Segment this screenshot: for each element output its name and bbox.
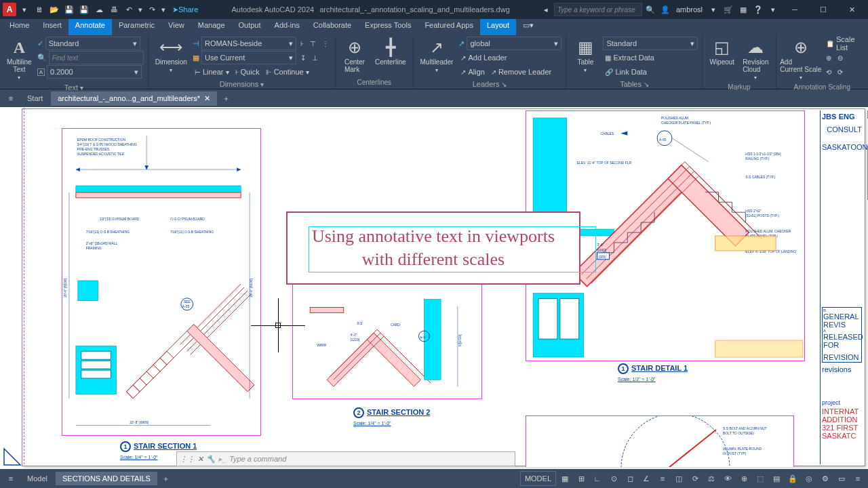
tab-view[interactable]: View: [161, 19, 191, 35]
find-input[interactable]: Find text: [49, 51, 144, 64]
centermark-button[interactable]: ⊕Center Mark: [340, 37, 370, 75]
add-scale-button[interactable]: ⊕Add Current Scale▾: [781, 37, 822, 82]
wipeout-button[interactable]: ◱Wipeout: [707, 37, 737, 82]
remove-leader-button[interactable]: ↗ Remove Leader: [489, 67, 553, 77]
model-space-button[interactable]: MODEL: [520, 471, 556, 486]
chevron-down-icon[interactable]: ▾: [18, 3, 31, 16]
add-tab-icon[interactable]: ＋: [218, 91, 235, 106]
chevron-down-icon[interactable]: ▾: [160, 3, 167, 16]
redo-icon[interactable]: ↷: [145, 3, 159, 16]
grid-icon[interactable]: ▦: [557, 471, 572, 486]
panel-label-leaders[interactable]: Leaders ↘: [418, 79, 562, 89]
dim-tool-4[interactable]: ↧: [298, 54, 308, 62]
dim-tool-5[interactable]: ⊥: [310, 54, 320, 62]
app-icon[interactable]: ▦: [736, 3, 750, 16]
user-name[interactable]: ambrosl: [673, 5, 705, 14]
viewport-2[interactable]: 5'[1720] 9'/2 4'-0"[1219] WWW A-05 CARD: [292, 279, 482, 399]
align-leader-button[interactable]: ↗ Align: [458, 67, 486, 77]
annovisibility-icon[interactable]: 👁: [720, 471, 735, 486]
open-icon[interactable]: 📂: [47, 3, 61, 16]
snap-icon[interactable]: ⊞: [574, 471, 589, 486]
start-tab[interactable]: Start: [20, 92, 50, 105]
cmd-config-icon[interactable]: 🔧: [206, 455, 216, 464]
cmd-handle-icon[interactable]: ⋮⋮: [180, 455, 195, 464]
tab-addins[interactable]: Add-ins: [268, 19, 307, 35]
linear-button[interactable]: ⊢ Linear ▾: [193, 67, 231, 77]
multiline-text-button[interactable]: A Multiline Text▾: [4, 37, 35, 82]
lock-icon[interactable]: 🔒: [785, 471, 800, 486]
otrack-icon[interactable]: ∠: [639, 471, 654, 486]
text-height-combo[interactable]: 0.2000▾: [47, 65, 142, 79]
layout-tab[interactable]: SECTIONS AND DETAILS: [56, 472, 157, 485]
qprops-icon[interactable]: ▤: [769, 471, 784, 486]
quick-button[interactable]: ⊦ Quick: [233, 67, 262, 77]
tab-home[interactable]: Home: [3, 19, 36, 35]
add-layout-icon[interactable]: ＋: [159, 471, 174, 486]
share-button[interactable]: ➤ Share: [168, 3, 202, 16]
close-tab-icon[interactable]: ✕: [204, 94, 210, 103]
command-line[interactable]: ⋮⋮ ✕ 🔧 ▸_ Type a command: [176, 451, 515, 466]
cycling-icon[interactable]: ⟳: [688, 471, 703, 486]
tab-collaborate[interactable]: Collaborate: [307, 19, 358, 35]
undo-icon[interactable]: ↶: [122, 3, 136, 16]
anno-tool-4[interactable]: ⟳: [835, 68, 845, 77]
dim-layer-combo[interactable]: Use Current▾: [201, 51, 296, 64]
add-leader-button[interactable]: ↗ Add Leader: [458, 53, 509, 62]
dim-tool-3[interactable]: ⋮: [320, 39, 331, 48]
plot-icon[interactable]: 🖶: [107, 3, 121, 16]
dim-style-combo[interactable]: ROMANS-beside▾: [201, 37, 296, 50]
dim-tool-2[interactable]: ⊤: [308, 39, 318, 48]
transparency-icon[interactable]: ◫: [671, 471, 686, 486]
continue-button[interactable]: ⊩ Continue ▾: [264, 67, 311, 77]
leader-style-combo[interactable]: global▾: [467, 37, 561, 50]
customize-icon[interactable]: ≡: [850, 471, 865, 486]
find-icon[interactable]: 🔍: [37, 54, 47, 62]
hardware-icon[interactable]: ⚙: [818, 471, 833, 486]
tab-layout[interactable]: Layout: [480, 19, 516, 35]
drawing-canvas[interactable]: EPDM ROOF CONSTRUCTION 3/4"(19) T & G PL…: [0, 107, 868, 469]
tab-parametric[interactable]: Parametric: [112, 19, 161, 35]
chevron-down-icon[interactable]: ▾: [707, 3, 720, 16]
cart-icon[interactable]: 🛒: [722, 3, 735, 16]
centerline-button[interactable]: ╋Centerline: [372, 37, 409, 75]
tab-annotate[interactable]: Annotate: [68, 19, 112, 35]
tab-featured[interactable]: Featured Apps: [418, 19, 480, 35]
web-icon[interactable]: ☁: [92, 3, 106, 16]
annoscale-icon[interactable]: ⚖: [704, 471, 719, 486]
command-input[interactable]: Type a command: [229, 455, 286, 463]
ortho-icon[interactable]: ∟: [590, 471, 605, 486]
scale-list-button[interactable]: 📋 Scale List: [824, 35, 864, 52]
anno-tool-1[interactable]: ⊕: [824, 54, 833, 62]
isolate-icon[interactable]: ◎: [802, 471, 816, 486]
dim-tool-1[interactable]: ⊦: [298, 39, 306, 48]
search-input[interactable]: Type a keyword or phrase: [554, 3, 642, 16]
panel-label-tables[interactable]: Tables ↘: [570, 79, 698, 89]
viewport-4[interactable]: S.S BOLT AND ACORN NUTBOLT TO OUTSIDE) A…: [526, 415, 794, 467]
minimize-button[interactable]: ─: [781, 0, 808, 19]
lweight-icon[interactable]: ≡: [655, 471, 670, 486]
multileader-button[interactable]: ↗Multileader▾: [418, 37, 456, 79]
chevron-left-icon[interactable]: ◂: [539, 3, 553, 16]
search-icon[interactable]: 🔍: [644, 3, 657, 16]
close-button[interactable]: ✕: [838, 0, 865, 19]
tab-output[interactable]: Output: [232, 19, 268, 35]
saveas-icon[interactable]: 💾: [77, 3, 91, 16]
extract-button[interactable]: ▦ Extract Data: [603, 53, 656, 62]
panel-label-dim[interactable]: Dimensions ▾: [153, 79, 331, 89]
units-icon[interactable]: ⬚: [753, 471, 768, 486]
tab-manage[interactable]: Manage: [191, 19, 232, 35]
polar-icon[interactable]: ⊙: [606, 471, 621, 486]
autoscale-icon[interactable]: ⊕: [736, 471, 751, 486]
hamburger-icon[interactable]: ≡: [3, 91, 19, 106]
tab-extra[interactable]: ▭▾: [516, 19, 540, 35]
table-button[interactable]: ▦Table▾: [570, 37, 600, 79]
user-icon[interactable]: 👤: [658, 3, 672, 16]
dimension-button[interactable]: ⟷ Dimension▾: [153, 37, 190, 79]
revcloud-button[interactable]: ☁Revision Cloud▾: [740, 37, 771, 82]
tab-express[interactable]: Express Tools: [358, 19, 418, 35]
hamburger-icon[interactable]: ≡: [3, 471, 19, 486]
cmd-close-icon[interactable]: ✕: [197, 455, 203, 464]
viewport-1[interactable]: EPDM ROOF CONSTRUCTION 3/4"(19) T & G PL…: [62, 128, 261, 436]
model-tab[interactable]: Model: [20, 472, 54, 485]
app-logo[interactable]: A: [3, 3, 16, 16]
